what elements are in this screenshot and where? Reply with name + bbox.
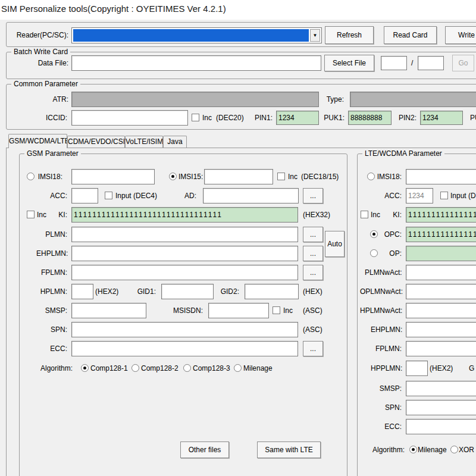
gsm-acc-input[interactable] — [71, 188, 98, 203]
lte-ehplmn-input[interactable] — [406, 322, 476, 337]
gsm-auto-button[interactable]: Auto — [325, 231, 345, 257]
gsm-ehplmn-label: EHPLMN: — [36, 246, 67, 261]
gsm-ki-input[interactable] — [71, 207, 298, 223]
puk1-input[interactable] — [348, 111, 392, 125]
pin1-label: PIN1: — [255, 110, 273, 126]
gsm-smsp-input[interactable] — [71, 303, 146, 318]
tab-gsm-wcdma-lte[interactable]: GSM/WCDMA/LTE — [8, 134, 67, 148]
gsm-plmn-input[interactable] — [71, 227, 298, 242]
lte-hpplmn-input[interactable] — [406, 361, 428, 376]
gsm-ehplmn-browse-button[interactable]: ... — [303, 246, 323, 261]
write-card-button[interactable]: Write C — [445, 26, 476, 44]
data-file-input[interactable] — [71, 55, 321, 71]
gsm-milenage-label: Milenage — [243, 361, 273, 376]
gsm-msisdn-label: MSISDN: — [172, 303, 203, 318]
lte-milenage-radio[interactable] — [409, 446, 417, 453]
gsm-msisdn-inc-checkbox[interactable] — [273, 306, 280, 314]
lte-smsp-input[interactable] — [406, 381, 476, 396]
lte-xor-radio[interactable] — [450, 446, 458, 453]
gsm-fplmn-input[interactable] — [71, 265, 298, 280]
lte-fplmn-label: FPLMN: — [374, 341, 402, 356]
gsm-milenage-radio[interactable] — [234, 364, 242, 372]
lte-ki-input[interactable] — [406, 207, 476, 223]
lte-ehplmn-label: EHPLMN: — [371, 322, 402, 337]
gsm-ecc-browse-button[interactable]: ... — [303, 341, 323, 356]
gsm-imsi15-label: IMSI15: — [178, 169, 203, 184]
lte-op-radio[interactable] — [370, 249, 378, 257]
lte-imsi18-radio[interactable] — [367, 173, 375, 180]
gsm-gid2-label: GID2: — [219, 284, 239, 299]
gsm-hplmn-label: HPLMN: — [40, 284, 67, 299]
gsm-imsi18-input[interactable] — [71, 169, 155, 184]
pin1-input[interactable] — [276, 111, 319, 125]
gsm-msisdn-input[interactable] — [208, 303, 269, 318]
lte-opc-input[interactable] — [406, 227, 476, 242]
lte-plmnwact-input[interactable] — [406, 265, 476, 280]
gsm-ehplmn-input[interactable] — [71, 246, 298, 261]
lte-imsi18-input[interactable] — [406, 169, 476, 184]
lte-xor-label: XOR — [459, 442, 474, 458]
lte-opc-label: OPC: — [383, 227, 402, 242]
pin2-input[interactable] — [420, 111, 463, 125]
refresh-button[interactable]: Refresh — [325, 26, 374, 44]
reader-combobox[interactable]: ▼ — [71, 27, 322, 43]
batch-total-input[interactable] — [418, 56, 444, 70]
batch-index-input[interactable] — [381, 56, 407, 70]
gsm-acc-input-checkbox[interactable] — [105, 192, 112, 199]
gsm-algorithm-label: Algorithm: — [37, 361, 73, 376]
read-card-button[interactable]: Read Card — [384, 26, 437, 44]
gsm-imsi-inc-label: Inc — [288, 169, 298, 184]
tab-cdma-evdo-csim[interactable]: CDMA/EVDO/CSIM — [67, 136, 125, 148]
gsm-ki-label: KI: — [55, 207, 67, 223]
iccid-inc-checkbox[interactable] — [192, 114, 199, 121]
type-field — [350, 92, 476, 107]
lte-milenage-label: Milenage — [418, 442, 447, 458]
gsm-spn-label: SPN: — [48, 322, 67, 337]
gsm-imsi15-input[interactable] — [204, 169, 273, 184]
iccid-input[interactable] — [71, 110, 188, 126]
gsm-imsi-inc-checkbox[interactable] — [277, 173, 285, 180]
gsm-dec1815-label: (DEC18/15) — [301, 169, 339, 184]
lte-spn-input[interactable] — [406, 400, 476, 415]
tab-java[interactable]: Java — [163, 136, 187, 148]
gsm-imsi15-radio[interactable] — [169, 173, 177, 180]
chevron-down-icon[interactable]: ▼ — [310, 29, 320, 42]
lte-smsp-label: SMSP: — [378, 381, 402, 396]
gsm-gid1-input[interactable] — [161, 284, 214, 299]
lte-hex2-label: (HEX2) — [430, 361, 453, 376]
lte-ecc-input[interactable] — [406, 419, 476, 434]
gsm-ad-browse-button[interactable]: ... — [303, 188, 323, 203]
lte-fplmn-input[interactable] — [406, 341, 476, 356]
gsm-acc-label: ACC: — [49, 188, 67, 203]
gsm-msisdn-inc-label: Inc — [283, 303, 293, 318]
gsm-comp128-2-radio[interactable] — [131, 364, 139, 372]
tab-volte-isim[interactable]: VoLTE/ISIM — [125, 136, 163, 148]
gsm-gid2-input[interactable] — [245, 284, 299, 299]
gsm-fplmn-browse-button[interactable]: ... — [303, 265, 323, 280]
gsm-hplmn-input[interactable] — [71, 284, 93, 299]
lte-ki-inc-label: Inc — [371, 207, 380, 223]
lte-opc-radio[interactable] — [370, 230, 378, 238]
lte-op-input[interactable] — [406, 246, 476, 261]
atr-field — [71, 92, 319, 107]
gsm-imsi18-radio[interactable] — [27, 173, 35, 180]
lte-ki-inc-checkbox[interactable] — [361, 211, 368, 218]
gsm-ki-inc-checkbox[interactable] — [27, 211, 35, 218]
select-file-button[interactable]: Select File — [324, 55, 374, 71]
gsm-ad-input[interactable] — [203, 188, 299, 203]
lte-hplmnwact-input[interactable] — [406, 303, 476, 318]
gsm-spn-input[interactable] — [71, 322, 298, 337]
other-files-button[interactable]: Other files — [180, 441, 229, 458]
gsm-comp128-1-radio[interactable] — [81, 364, 89, 372]
lte-ki-label: KI: — [390, 207, 402, 223]
gsm-ecc-input[interactable] — [71, 341, 298, 356]
same-with-lte-button[interactable]: Same with LTE — [257, 441, 321, 458]
gsm-hex32-label: (HEX32) — [303, 207, 330, 223]
gsm-plmn-browse-button[interactable]: ... — [303, 227, 323, 242]
iccid-label: ICCID: — [42, 110, 67, 126]
lte-acc-input[interactable] — [406, 188, 433, 203]
lte-oplmnwact-input[interactable] — [406, 284, 476, 299]
gsm-hex-label: (HEX) — [303, 284, 322, 299]
lte-acc-input-checkbox[interactable] — [440, 192, 448, 199]
gsm-comp128-3-radio[interactable] — [183, 364, 191, 372]
